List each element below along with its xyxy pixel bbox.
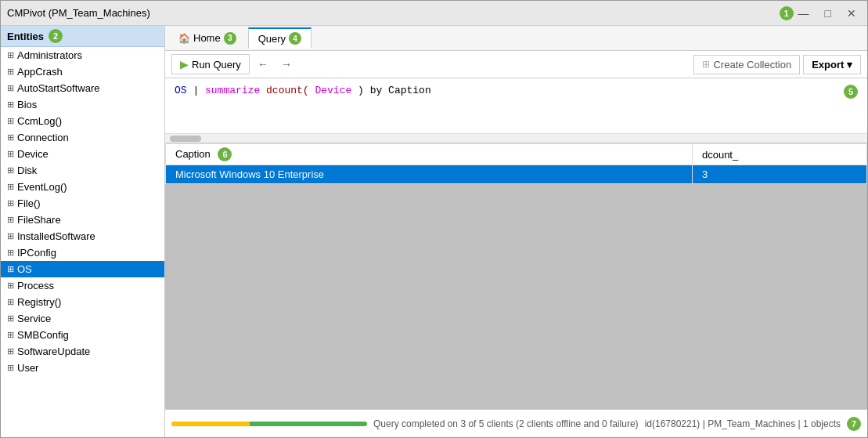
status-right: id(16780221) | PM_Team_Machines | 1 obje…	[645, 417, 861, 431]
create-collection-label: Create Collection	[713, 59, 791, 71]
expand-icon: ⊞	[7, 363, 14, 373]
caption-cell: Microsoft Windows 10 Enterprise	[166, 165, 693, 184]
sidebar-item-smbconfig[interactable]: ⊞SMBConfig	[1, 327, 164, 343]
results-grey-area	[165, 184, 867, 409]
table-row[interactable]: Microsoft Windows 10 Enterprise3	[166, 165, 867, 184]
expand-icon: ⊞	[7, 116, 14, 126]
query-close-paren: )	[358, 85, 364, 96]
window-title: CMPivot (PM_Team_Machines)	[7, 7, 776, 19]
col-caption-header: Caption 6	[166, 144, 693, 165]
sidebar-item-registry[interactable]: ⊞Registry()	[1, 294, 164, 310]
tab-query-label: Query	[258, 33, 286, 45]
status-id: id(16780221) | PM_Team_Machines | 1 obje…	[645, 418, 841, 429]
run-query-button[interactable]: ▶ Run Query	[171, 54, 250, 74]
forward-button[interactable]: →	[276, 56, 297, 72]
collection-icon: ⊞	[702, 59, 710, 70]
tab-query-badge: 4	[289, 32, 301, 45]
toolbar: ▶ Run Query ← → ⊞ Create Collection Expo…	[165, 51, 867, 78]
sidebar-item-user[interactable]: ⊞User	[1, 360, 164, 376]
sidebar-item-connection[interactable]: ⊞Connection	[1, 129, 164, 146]
sidebar-item-label: FileShare	[17, 214, 61, 226]
col-dcount-header: dcount_	[692, 144, 866, 165]
expand-icon: ⊞	[7, 165, 14, 176]
sidebar-list: ⊞Administrators⊞AppCrash⊞AutoStartSoftwa…	[1, 47, 164, 437]
sidebar-item-label: Disk	[17, 165, 37, 176]
expand-icon: ⊞	[7, 50, 14, 60]
sidebar-item-disk[interactable]: ⊞Disk	[1, 162, 164, 179]
query-pipe: |	[187, 85, 205, 96]
tab-home[interactable]: 🏠 Home 3	[168, 28, 247, 49]
run-query-label: Run Query	[192, 59, 241, 71]
sidebar-item-label: SMBConfig	[17, 329, 69, 341]
sidebar-item-device[interactable]: ⊞Device	[1, 146, 164, 162]
dcount-link[interactable]: 3	[702, 168, 708, 180]
create-collection-button[interactable]: ⊞ Create Collection	[693, 55, 800, 74]
window-controls: — □ ✕	[794, 5, 861, 21]
expand-icon: ⊞	[7, 330, 14, 340]
expand-icon: ⊞	[7, 83, 14, 93]
results-container: Caption 6 dcount_ Microsoft Windows 10 E…	[165, 143, 867, 409]
sidebar-item-service[interactable]: ⊞Service	[1, 310, 164, 327]
sidebar-header: Entities 2	[1, 26, 164, 47]
sidebar-item-label: Bios	[17, 99, 37, 110]
sidebar-item-ipconfig[interactable]: ⊞IPConfig	[1, 244, 164, 261]
tab-home-badge: 3	[224, 32, 236, 45]
progress-bar	[171, 422, 367, 426]
sidebar-item-label: IPConfig	[17, 247, 56, 259]
sidebar-item-bios[interactable]: ⊞Bios	[1, 96, 164, 113]
sidebar-item-label: AutoStartSoftware	[17, 82, 100, 94]
play-icon: ▶	[180, 58, 189, 71]
sidebar-item-softwareupdate[interactable]: ⊞SoftwareUpdate	[1, 343, 164, 360]
expand-icon: ⊞	[7, 231, 14, 241]
sidebar-item-installedsoftware[interactable]: ⊞InstalledSoftware	[1, 228, 164, 244]
title-badge: 1	[780, 6, 794, 20]
close-button[interactable]: ✕	[842, 5, 861, 21]
query-editor-container: OS | summarize dcount( Device ) by Capti…	[165, 78, 867, 143]
sidebar-item-ccmlog[interactable]: ⊞CcmLog()	[1, 113, 164, 129]
home-icon: 🏠	[178, 33, 190, 44]
query-badge: 5	[844, 85, 858, 99]
status-badge: 7	[847, 417, 861, 431]
expand-icon: ⊞	[7, 248, 14, 258]
expand-icon: ⊞	[7, 149, 14, 159]
sidebar-item-process[interactable]: ⊞Process	[1, 277, 164, 294]
sidebar-item-label: Connection	[17, 132, 69, 143]
maximize-button[interactable]: □	[820, 5, 836, 21]
main-content: Entities 2 ⊞Administrators⊞AppCrash⊞Auto…	[1, 26, 867, 437]
sidebar-item-os[interactable]: ⊞OS	[1, 261, 164, 277]
sidebar-item-fileshare[interactable]: ⊞FileShare	[1, 212, 164, 228]
editor-scrollbar-h[interactable]	[165, 133, 867, 143]
status-left: Query completed on 3 of 5 clients (2 cli…	[171, 418, 639, 429]
sidebar-item-label: OS	[17, 263, 32, 275]
sidebar-item-label: SoftwareUpdate	[17, 346, 90, 357]
sidebar-item-label: User	[17, 362, 38, 374]
status-bar: Query completed on 3 of 5 clients (2 cli…	[165, 409, 867, 437]
tab-query[interactable]: Query 4	[248, 27, 312, 49]
query-keyword-summarize: summarize	[205, 85, 260, 96]
sidebar: Entities 2 ⊞Administrators⊞AppCrash⊞Auto…	[1, 26, 165, 437]
sidebar-item-label: Device	[17, 148, 49, 160]
sidebar-item-administrators[interactable]: ⊞Administrators	[1, 47, 164, 63]
sidebar-item-label: InstalledSoftware	[17, 230, 95, 242]
progress-green	[250, 422, 367, 426]
expand-icon: ⊞	[7, 264, 14, 274]
dcount-cell: 3	[692, 165, 866, 184]
expand-icon: ⊞	[7, 215, 14, 225]
minimize-button[interactable]: —	[794, 5, 814, 21]
query-editor[interactable]: OS | summarize dcount( Device ) by Capti…	[165, 78, 867, 133]
status-text: Query completed on 3 of 5 clients (2 cli…	[373, 418, 639, 429]
right-panel: 🏠 Home 3 Query 4 ▶ Run Query ← →	[165, 26, 867, 437]
progress-yellow	[171, 422, 250, 426]
expand-icon: ⊞	[7, 281, 14, 291]
sidebar-item-file[interactable]: ⊞File()	[1, 195, 164, 212]
query-keyword-dcount: dcount(	[260, 85, 308, 96]
sidebar-item-appcrash[interactable]: ⊞AppCrash	[1, 63, 164, 80]
sidebar-item-autostartsoftware[interactable]: ⊞AutoStartSoftware	[1, 80, 164, 96]
export-button[interactable]: Export ▾	[803, 55, 861, 74]
expand-icon: ⊞	[7, 100, 14, 110]
query-keyword-device: Device	[309, 85, 358, 96]
sidebar-item-eventlog[interactable]: ⊞EventLog()	[1, 179, 164, 195]
tab-bar: 🏠 Home 3 Query 4	[165, 26, 867, 51]
back-button[interactable]: ←	[253, 56, 273, 72]
title-bar: CMPivot (PM_Team_Machines) 1 — □ ✕	[1, 1, 867, 26]
